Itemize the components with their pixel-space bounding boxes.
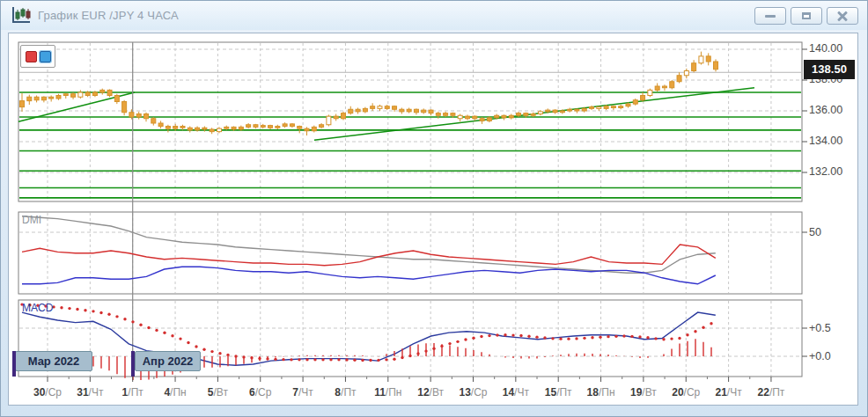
- dmi-scale-label: 50: [809, 226, 821, 238]
- month-start-marker: [131, 351, 135, 377]
- x-axis-label: 6/Ср: [249, 386, 271, 399]
- month-label: Мар 2022: [15, 351, 92, 371]
- x-axis-label: 18/Пн: [587, 386, 615, 399]
- chart-icon: [10, 6, 33, 26]
- price-tick-label: 136.00: [809, 104, 842, 116]
- x-axis-label: 12/Вт: [417, 386, 444, 399]
- macd-scale-upper: +0.5: [809, 322, 831, 334]
- x-axis-label: 1/Пт: [122, 386, 143, 399]
- x-axis-label: 5/Вт: [208, 386, 228, 399]
- red-marker-button[interactable]: [26, 51, 37, 62]
- chart-object-toolbar: [20, 45, 55, 68]
- x-axis-label: 14/Чт: [503, 386, 529, 399]
- month-start-marker: [12, 351, 16, 377]
- x-axis-label: 7/Чт: [292, 386, 313, 399]
- price-tick-label: 134.00: [809, 135, 842, 147]
- window-controls: [754, 7, 858, 25]
- blue-marker-button[interactable]: [40, 51, 51, 62]
- price-tick-label: 140.00: [809, 42, 842, 55]
- restore-icon: [802, 12, 811, 19]
- chart-content: [8, 33, 858, 406]
- x-axis-label: 20/Ср: [672, 386, 700, 399]
- current-price-badge: 138.50: [804, 60, 855, 79]
- close-button[interactable]: [827, 7, 858, 25]
- x-axis-label: 22/Пт: [758, 386, 785, 399]
- window-title: График EUR /JPY 4 ЧАСА: [38, 9, 179, 22]
- x-axis-label: 19/Вт: [630, 386, 657, 399]
- chart-window: График EUR /JPY 4 ЧАСА DMI MACD 140.0013…: [0, 0, 868, 417]
- x-axis-label: 8/Пт: [335, 386, 356, 399]
- month-label: Апр 2022: [135, 351, 201, 371]
- x-axis-label: 30/Ср: [33, 386, 62, 399]
- macd-indicator-label: MACD: [22, 302, 53, 314]
- x-axis-label: 15/Пт: [545, 386, 572, 399]
- x-axis-label: 31/Чт: [77, 386, 103, 399]
- title-bar[interactable]: График EUR /JPY 4 ЧАСА: [1, 1, 867, 30]
- x-axis-label: 4/Пн: [164, 386, 186, 399]
- x-axis-label: 13/Ср: [459, 386, 487, 399]
- dmi-indicator-label: DMI: [22, 214, 41, 226]
- x-axis-label: 21/Чт: [716, 386, 742, 399]
- macd-scale-zero: +0.0: [809, 350, 831, 362]
- minimize-icon: [765, 15, 776, 18]
- restore-button[interactable]: [791, 7, 822, 25]
- minimize-button[interactable]: [754, 7, 786, 25]
- price-tick-label: 132.00: [809, 165, 842, 178]
- x-axis-label: 11/Пн: [374, 386, 401, 399]
